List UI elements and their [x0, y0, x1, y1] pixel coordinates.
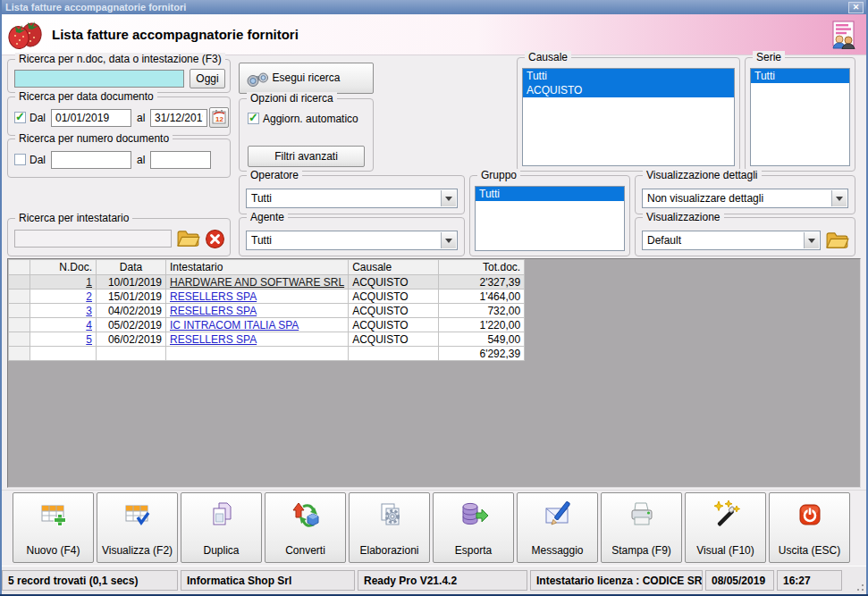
agent-select[interactable]: Tutti	[246, 231, 458, 250]
group-detail-view-label: Visualizzazione dettagli	[643, 169, 762, 181]
resize-grip[interactable]	[853, 580, 864, 591]
date-from-field[interactable]	[51, 109, 131, 127]
process-button[interactable]: Elaborazioni	[349, 492, 430, 563]
row-selector[interactable]	[9, 290, 30, 304]
list-item[interactable]: Tutti	[751, 69, 849, 83]
row-selector[interactable]	[9, 332, 30, 347]
agent-value: Tutti	[247, 231, 457, 247]
status-bar: 5 record trovati (0,1 secs) Informatica …	[0, 566, 868, 594]
clear-holder-icon[interactable]	[205, 229, 225, 249]
chevron-down-icon[interactable]	[441, 232, 456, 248]
auto-update-label: Aggiorn. automatico	[263, 113, 358, 125]
col-header-ndoc[interactable]: N.Doc.	[30, 260, 97, 275]
magic-wand-icon	[711, 499, 741, 530]
visual-button[interactable]: Visual (F10)	[685, 492, 766, 563]
intestatario-link[interactable]: IC INTRACOM ITALIA SPA	[170, 319, 299, 332]
row-selector[interactable]	[9, 304, 30, 318]
table-row[interactable]: 4 05/02/2019 IC INTRACOM ITALIA SPA ACQU…	[9, 318, 525, 332]
number-dal-label: Dal	[29, 154, 46, 166]
list-item[interactable]: Tutti	[523, 69, 734, 83]
advanced-filters-button[interactable]: Filtri avanzati	[248, 146, 365, 167]
doc-number-link[interactable]: 4	[86, 319, 92, 332]
grand-total: 6'292,39	[439, 347, 525, 361]
group-gruppo-label: Gruppo	[477, 169, 520, 181]
auto-update-checkbox[interactable]	[248, 113, 259, 124]
folder-open-icon[interactable]	[826, 231, 849, 250]
chevron-down-icon[interactable]	[441, 190, 456, 206]
intestatario-link[interactable]: RESELLERS SPA	[170, 333, 257, 346]
today-button[interactable]: Oggi	[190, 69, 225, 88]
view-select[interactable]: Default	[642, 231, 821, 250]
doc-number-link[interactable]: 5	[86, 333, 92, 346]
results-table: N.Doc. Data Intestatario Causale Tot.doc…	[8, 259, 525, 361]
export-button[interactable]: Esporta	[433, 492, 514, 563]
col-header-intestatario[interactable]: Intestatario	[166, 260, 349, 275]
date-to-field[interactable]	[150, 109, 207, 127]
process-button-label: Elaborazioni	[359, 544, 418, 557]
col-header-causale[interactable]: Causale	[349, 260, 439, 275]
intestatario-link[interactable]: RESELLERS SPA	[170, 305, 257, 317]
row-selector-header	[9, 260, 30, 275]
number-to-field[interactable]	[150, 151, 211, 169]
doc-causale: ACQUISTO	[349, 332, 439, 347]
row-selector[interactable]	[9, 318, 30, 332]
table-check-icon	[122, 499, 153, 530]
chevron-down-icon[interactable]	[804, 232, 819, 248]
number-from-field[interactable]	[51, 151, 131, 169]
detail-view-select[interactable]: Non visualizzare dettagli	[642, 189, 848, 208]
visual-button-label: Visual (F10)	[696, 544, 754, 557]
exit-button[interactable]: Uscita (ESC)	[769, 492, 850, 563]
list-item[interactable]: Tutti	[476, 187, 624, 201]
folder-open-icon[interactable]	[177, 229, 200, 248]
group-number-search-label: Ricerca per numero documento	[15, 132, 173, 145]
new-button[interactable]: Nuovo (F4)	[13, 492, 94, 563]
duplicate-button[interactable]: Duplica	[181, 492, 262, 563]
strawberry-icon	[6, 19, 47, 51]
table-header-row: N.Doc. Data Intestatario Causale Tot.doc…	[9, 260, 525, 275]
col-header-totdoc[interactable]: Tot.doc.	[439, 260, 525, 275]
doc-total: 732,00	[439, 304, 525, 318]
causale-listbox[interactable]: Tutti ACQUISTO	[522, 68, 735, 166]
col-header-data[interactable]: Data	[97, 260, 166, 275]
doc-date: 15/01/2019	[97, 290, 166, 304]
search-input[interactable]	[14, 70, 184, 88]
convert-button[interactable]: Converti	[265, 492, 346, 563]
serie-listbox[interactable]: Tutti	[750, 68, 850, 166]
copy-pages-icon	[206, 499, 237, 530]
doc-date: 06/02/2019	[97, 332, 166, 347]
message-button[interactable]: Messaggio	[517, 492, 598, 563]
table-total-row: 6'292,39	[9, 347, 525, 361]
holder-field[interactable]	[14, 230, 172, 248]
print-button[interactable]: Stampa (F9)	[601, 492, 682, 563]
intestatario-link[interactable]: RESELLERS SPA	[170, 290, 257, 303]
view-button[interactable]: Visualizza (F2)	[97, 492, 178, 563]
number-dal-checkbox[interactable]	[14, 154, 26, 165]
table-row[interactable]: 2 15/01/2019 RESELLERS SPA ACQUISTO 1'46…	[9, 290, 525, 304]
contacts-list-icon[interactable]	[829, 21, 857, 49]
calendar-button[interactable]: 12	[209, 107, 229, 128]
doc-date: 04/02/2019	[97, 304, 166, 318]
doc-date: 05/02/2019	[97, 318, 166, 332]
row-selector[interactable]	[9, 275, 30, 290]
status-license: Intestatario licenza : CODICE SRL	[530, 570, 703, 591]
operator-select[interactable]: Tutti	[246, 189, 458, 208]
list-item[interactable]: ACQUISTO	[523, 83, 734, 97]
intestatario-link[interactable]: HARDWARE AND SOFTWARE SRL	[170, 276, 344, 289]
table-row[interactable]: 5 06/02/2019 RESELLERS SPA ACQUISTO 549,…	[9, 332, 525, 347]
doc-number-link[interactable]: 2	[86, 290, 92, 303]
group-view-label: Visualizzazione	[643, 211, 724, 223]
table-row[interactable]: 3 04/02/2019 RESELLERS SPA ACQUISTO 732,…	[9, 304, 525, 318]
doc-number-link[interactable]: 3	[86, 305, 92, 317]
new-button-label: Nuovo (F4)	[26, 544, 80, 557]
titlebar: Lista fatture accompagnatorie fornitori …	[0, 0, 868, 14]
date-dal-checkbox[interactable]	[14, 112, 26, 123]
status-date: 08/05/2019	[705, 570, 774, 591]
doc-number-link[interactable]: 1	[86, 276, 92, 289]
table-row[interactable]: 1 10/01/2019 HARDWARE AND SOFTWARE SRL A…	[9, 275, 525, 290]
gruppo-listbox[interactable]: Tutti	[475, 186, 625, 251]
chevron-down-icon[interactable]	[831, 190, 847, 206]
status-records: 5 record trovati (0,1 secs)	[2, 570, 178, 591]
execute-search-button[interactable]: Esegui ricerca	[239, 63, 374, 94]
close-icon[interactable]: ✕	[848, 2, 864, 13]
app-header: Lista fatture accompagnatorie fornitori	[0, 14, 868, 55]
